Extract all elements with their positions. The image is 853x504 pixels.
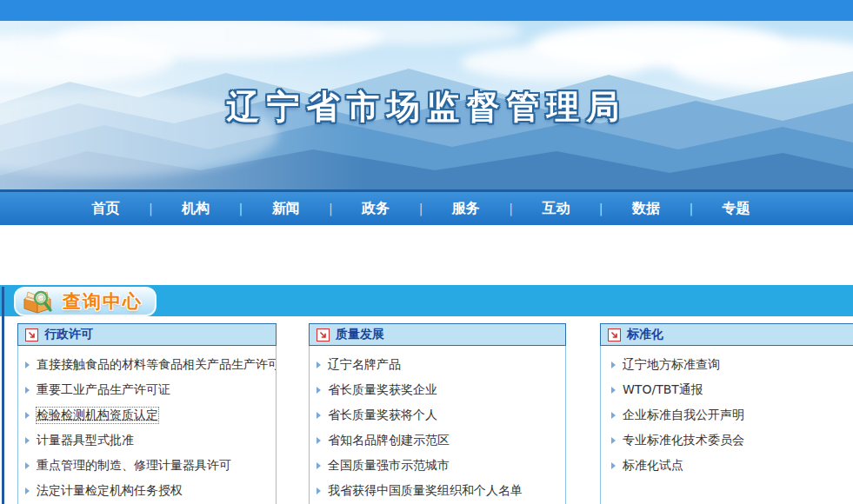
list-item[interactable]: 计量器具型式批准: [23, 428, 270, 453]
triangle-bullet-icon: [317, 437, 321, 444]
banner: 辽宁省市场监督管理局: [0, 21, 853, 189]
triangle-bullet-icon: [611, 412, 616, 419]
nav-item-special[interactable]: 专题: [693, 200, 779, 218]
link-label: 法定计量检定机构任务授权: [37, 483, 183, 499]
nav-item-data[interactable]: 数据: [603, 200, 690, 218]
panel-administrative-licensing: 行政许可 直接接触食品的材料等食品相关产品生产许可 重要工业产品生产许可证 检验…: [17, 323, 277, 504]
triangle-bullet-icon: [317, 361, 321, 368]
triangle-bullet-icon: [611, 437, 616, 444]
list-item[interactable]: 法定计量检定机构任务授权: [23, 478, 270, 503]
list-item[interactable]: 重要工业产品生产许可证: [23, 377, 270, 402]
main-nav: 首页 | 机构 | 新闻 | 政务 | 服务 | 互动 | 数据 | 专题: [0, 189, 853, 225]
triangle-bullet-icon: [25, 361, 30, 368]
panel-title: 行政许可: [44, 327, 93, 342]
link-label: 计量器具型式批准: [37, 433, 134, 448]
link-label: 辽宁名牌产品: [328, 357, 401, 373]
triangle-bullet-icon: [25, 387, 30, 394]
query-center-label: 查询中心: [63, 289, 143, 314]
red-arrow-icon: [608, 328, 621, 342]
triangle-bullet-icon: [317, 487, 321, 494]
triangle-bullet-icon: [611, 361, 616, 368]
nav-item-gov[interactable]: 政务: [333, 200, 419, 218]
link-label: 省知名品牌创建示范区: [328, 433, 450, 448]
nav-item-service[interactable]: 服务: [423, 200, 509, 218]
panel-standardization: 标准化 辽宁地方标准查询 WTO/TBT通报 企业标准自我公开声明 专业标准化技…: [600, 323, 853, 504]
triangle-bullet-icon: [317, 387, 321, 394]
nav-item-home[interactable]: 首页: [63, 200, 149, 218]
triangle-bullet-icon: [611, 462, 616, 469]
panel-title: 质量发展: [336, 327, 384, 342]
nav-item-news[interactable]: 新闻: [243, 200, 329, 218]
list-item-focused[interactable]: 检验检测机构资质认定: [23, 402, 270, 428]
list-item[interactable]: 我省获得中国质量奖组织和个人名单: [315, 478, 560, 503]
list-item[interactable]: 辽宁名牌产品: [315, 352, 560, 377]
link-label: 企业标准自我公开声明: [623, 408, 744, 423]
list-item[interactable]: 直接接触食品的材料等食品相关产品生产许可: [23, 352, 270, 377]
panel-header: 标准化: [600, 323, 853, 346]
link-label: 标准化试点: [623, 458, 683, 474]
list-item[interactable]: 省长质量奖获将个人: [315, 402, 560, 428]
red-arrow-icon: [25, 328, 38, 342]
triangle-bullet-icon: [317, 462, 321, 469]
list-item[interactable]: 省长质量奖获奖企业: [315, 377, 560, 402]
link-label: 省长质量奖获将个人: [328, 408, 437, 423]
site-title: 辽宁省市场监督管理局: [0, 85, 853, 129]
panel-body: 辽宁地方标准查询 WTO/TBT通报 企业标准自我公开声明 专业标准化技术委员会…: [600, 346, 853, 504]
link-label: 辽宁地方标准查询: [623, 357, 720, 373]
triangle-bullet-icon: [25, 487, 30, 494]
panel-header: 行政许可: [17, 323, 277, 346]
list-item[interactable]: 专业标准化技术委员会: [610, 428, 853, 453]
list-item[interactable]: 重点管理的制造、修理计量器具许可: [23, 453, 270, 478]
link-label: 专业标准化技术委员会: [623, 433, 744, 448]
query-center-tab[interactable]: 查询中心: [14, 287, 157, 316]
link-label: 全国质量强市示范城市: [328, 458, 450, 474]
panel-body: 直接接触食品的材料等食品相关产品生产许可 重要工业产品生产许可证 检验检测机构资…: [17, 346, 277, 504]
panel-body: 辽宁名牌产品 省长质量奖获奖企业 省长质量奖获将个人 省知名品牌创建示范区 全国…: [309, 346, 566, 504]
triangle-bullet-icon: [25, 437, 30, 444]
panel-quality-development: 质量发展 辽宁名牌产品 省长质量奖获奖企业 省长质量奖获将个人 省知名品牌创建示…: [309, 323, 566, 504]
red-arrow-icon: [317, 328, 330, 342]
list-item[interactable]: 全国质量强市示范城市: [315, 453, 560, 478]
triangle-bullet-icon: [25, 412, 30, 419]
page: { "banner": { "title": "辽宁省市场监督管理局" }, "…: [0, 0, 853, 504]
top-blue-bar: [0, 0, 853, 21]
list-item[interactable]: 省知名品牌创建示范区: [315, 428, 560, 453]
link-label: WTO/TBT通报: [623, 382, 703, 398]
triangle-bullet-icon: [25, 462, 30, 469]
triangle-bullet-icon: [611, 387, 616, 394]
nav-item-agency[interactable]: 机构: [153, 200, 239, 218]
triangle-bullet-icon: [317, 412, 321, 419]
list-item[interactable]: 企业标准自我公开声明: [610, 402, 853, 428]
link-label: 重点管理的制造、修理计量器具许可: [37, 458, 231, 474]
link-label: 省长质量奖获奖企业: [328, 382, 437, 398]
panel-header: 质量发展: [309, 323, 566, 346]
list-item[interactable]: 标准化试点: [610, 453, 853, 478]
panel-title: 标准化: [627, 327, 663, 342]
nav-item-interact[interactable]: 互动: [513, 200, 599, 218]
list-item[interactable]: WTO/TBT通报: [610, 377, 853, 402]
book-magnifier-icon: [21, 288, 57, 315]
list-item[interactable]: 辽宁地方标准查询: [610, 352, 853, 377]
link-label: 检验检测机构资质认定: [37, 408, 158, 423]
link-label: 直接接触食品的材料等食品相关产品生产许可: [37, 357, 277, 373]
link-label: 重要工业产品生产许可证: [37, 382, 170, 398]
left-edge-line: [2, 287, 4, 504]
link-label: 我省获得中国质量奖组织和个人名单: [328, 483, 523, 499]
